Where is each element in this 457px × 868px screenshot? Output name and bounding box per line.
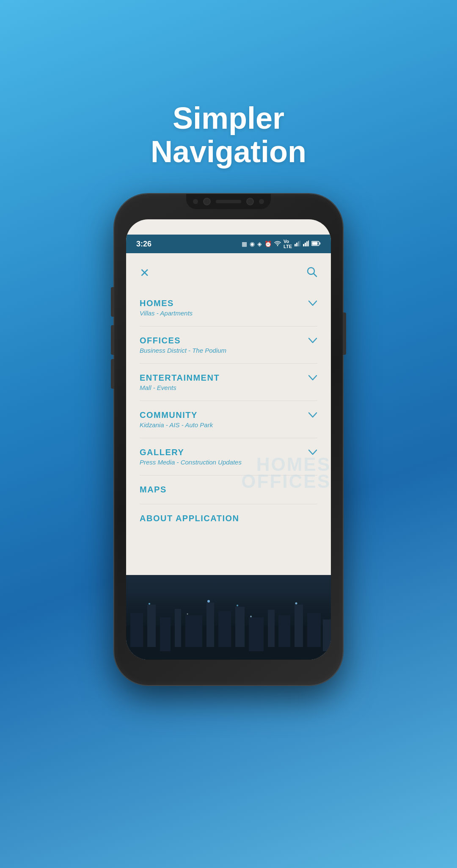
heading-line1: Simpler xyxy=(173,101,284,135)
svg-rect-2 xyxy=(296,243,297,246)
phone-screen: 3:26 ▦ ◉ ◈ ⏰ VoLTE xyxy=(126,219,331,660)
menu-item-about[interactable]: ABOUT APPLICATION xyxy=(140,504,317,533)
city-skyline-svg xyxy=(126,592,331,660)
menu-item-maps[interactable]: MAPS xyxy=(140,475,317,504)
svg-rect-21 xyxy=(218,611,231,647)
svg-rect-1 xyxy=(295,244,296,246)
svg-point-34 xyxy=(250,616,252,617)
location-icon: ◈ xyxy=(257,240,262,247)
search-button[interactable] xyxy=(306,265,317,281)
homes-subtitle: Villas - Apartments xyxy=(140,310,193,317)
svg-rect-7 xyxy=(306,241,308,246)
svg-rect-5 xyxy=(303,244,304,246)
phone-notch xyxy=(186,194,271,209)
community-subtitle: Kidzania - AIS - Auto Park xyxy=(140,421,213,428)
front-sensor2 xyxy=(259,199,264,204)
signal1-icon xyxy=(295,240,300,248)
svg-rect-23 xyxy=(249,617,264,651)
wifi-icon xyxy=(274,240,281,248)
svg-rect-6 xyxy=(305,243,306,246)
phone-outer: 3:26 ▦ ◉ ◈ ⏰ VoLTE xyxy=(114,194,343,685)
menu-item-offices[interactable]: OFFICES Business District - The Podium xyxy=(140,326,317,364)
menu-item-community[interactable]: COMMUNITY Kidzania - AIS - Auto Park xyxy=(140,401,317,438)
status-time: 3:26 xyxy=(136,240,151,249)
alarm-icon: ⏰ xyxy=(264,240,272,247)
svg-rect-3 xyxy=(298,241,299,246)
signal2-icon xyxy=(303,240,309,248)
svg-rect-22 xyxy=(235,607,245,647)
svg-rect-8 xyxy=(308,240,309,246)
svg-rect-15 xyxy=(130,613,143,647)
svg-rect-26 xyxy=(295,605,303,647)
page-title-area: Simpler Navigation xyxy=(151,102,306,169)
close-button[interactable]: ✕ xyxy=(140,266,149,280)
front-camera xyxy=(203,198,211,205)
earpiece xyxy=(216,200,241,203)
phone-mockup: 3:26 ▦ ◉ ◈ ⏰ VoLTE xyxy=(114,194,343,685)
homes-chevron xyxy=(308,299,317,308)
svg-point-32 xyxy=(295,603,297,605)
menu-item-gallery[interactable]: GALLERY Press Media - Construction Updat… xyxy=(140,438,317,475)
offices-title: OFFICES xyxy=(140,336,226,346)
community-title: COMMUNITY xyxy=(140,410,213,420)
svg-point-33 xyxy=(187,614,188,615)
svg-rect-28 xyxy=(323,619,331,651)
maps-title: MAPS xyxy=(140,485,317,495)
page-heading: Simpler Navigation xyxy=(151,102,306,169)
status-bar: 3:26 ▦ ◉ ◈ ⏰ VoLTE xyxy=(126,235,331,253)
svg-point-30 xyxy=(207,600,210,603)
battery-icon xyxy=(311,240,321,247)
community-chevron xyxy=(308,411,317,420)
front-sensor xyxy=(193,199,198,204)
svg-rect-27 xyxy=(307,613,321,647)
entertainment-title: ENTERTAINMENT xyxy=(140,373,220,383)
messenger-icon: ◉ xyxy=(250,240,255,247)
heading-line2: Navigation xyxy=(151,135,306,169)
svg-rect-10 xyxy=(312,242,318,245)
svg-point-0 xyxy=(277,245,278,246)
svg-rect-11 xyxy=(319,243,321,245)
city-background xyxy=(126,575,331,660)
svg-rect-16 xyxy=(147,605,156,647)
watermark-homes: HOMES xyxy=(241,454,331,475)
offices-chevron xyxy=(308,337,317,346)
front-camera2 xyxy=(246,198,254,205)
svg-rect-17 xyxy=(160,617,171,651)
volte-icon: VoLTE xyxy=(284,239,292,249)
app-content: ✕ HOMES Villas - Apartments xyxy=(126,253,331,660)
svg-rect-20 xyxy=(206,603,214,647)
app-topbar: ✕ xyxy=(126,253,331,289)
menu-item-homes[interactable]: HOMES Villas - Apartments xyxy=(140,289,317,326)
svg-rect-24 xyxy=(268,610,275,647)
svg-rect-18 xyxy=(175,609,181,647)
entertainment-chevron xyxy=(308,374,317,383)
entertainment-subtitle: Mall - Events xyxy=(140,384,220,391)
svg-rect-19 xyxy=(185,615,202,647)
svg-line-13 xyxy=(314,274,317,276)
notification-icon: ▦ xyxy=(242,240,247,247)
status-icons: ▦ ◉ ◈ ⏰ VoLTE xyxy=(242,239,321,249)
svg-rect-25 xyxy=(278,615,290,647)
svg-point-29 xyxy=(149,603,150,605)
homes-title: HOMES xyxy=(140,299,193,308)
offices-subtitle: Business District - The Podium xyxy=(140,347,226,354)
gallery-chevron xyxy=(308,448,317,457)
svg-point-31 xyxy=(237,605,238,606)
svg-rect-4 xyxy=(300,240,300,246)
gallery-title: GALLERY xyxy=(140,448,242,457)
menu-item-entertainment[interactable]: ENTERTAINMENT Mall - Events xyxy=(140,364,317,401)
gallery-subtitle: Press Media - Construction Updates xyxy=(140,459,242,466)
menu-list: HOMES Villas - Apartments OFFICES xyxy=(126,289,331,533)
about-title: ABOUT APPLICATION xyxy=(140,514,317,523)
